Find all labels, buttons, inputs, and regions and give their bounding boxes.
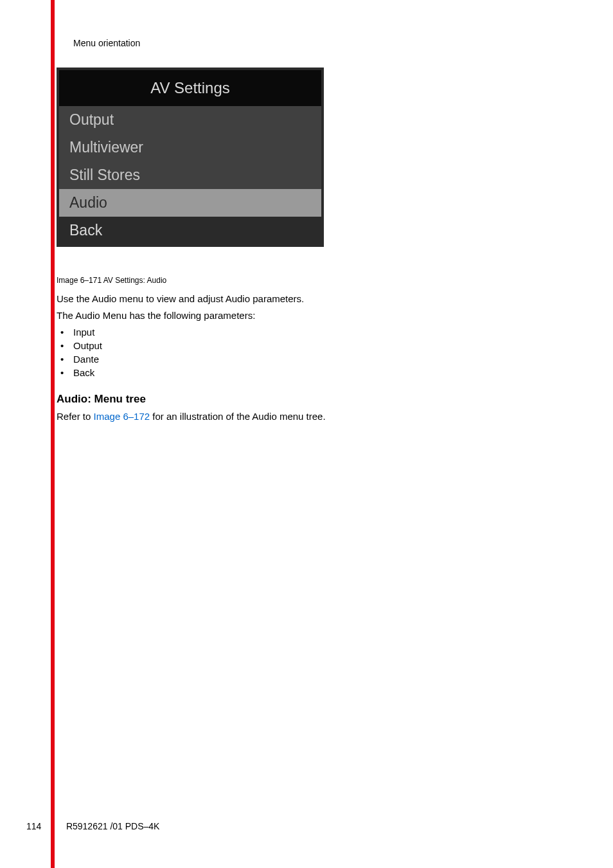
page-left-bar [51, 0, 55, 868]
para3-prefix: Refer to [57, 411, 94, 422]
parameter-list: Input Output Dante Back [57, 325, 102, 379]
paragraph-1: Use the Audio menu to view and adjust Au… [57, 293, 304, 304]
para3-suffix: for an illustration of the Audio menu tr… [150, 411, 326, 422]
menu-item-back: Back [59, 217, 321, 244]
list-item: Dante [57, 352, 102, 366]
menu-title: AV Settings [59, 70, 321, 106]
page-number: 114 [26, 821, 51, 831]
page-footer: 114 R5912621 /01 PDS–4K [26, 821, 159, 831]
image-caption: Image 6–171 AV Settings: Audio [57, 276, 166, 285]
section-heading: Audio: Menu tree [57, 393, 146, 406]
av-settings-menu-screenshot: AV Settings Output Multiviewer Still Sto… [57, 68, 324, 247]
page-header-title: Menu orientation [73, 38, 140, 48]
list-item: Back [57, 366, 102, 379]
list-item: Output [57, 339, 102, 352]
menu-item-audio: Audio [59, 189, 321, 217]
menu-item-multiviewer: Multiviewer [59, 134, 321, 161]
document-id: R5912621 /01 PDS–4K [66, 821, 160, 831]
image-ref-link[interactable]: Image 6–172 [94, 411, 150, 422]
paragraph-3: Refer to Image 6–172 for an illustration… [57, 411, 326, 422]
menu-item-still-stores: Still Stores [59, 161, 321, 189]
menu-item-output: Output [59, 106, 321, 134]
paragraph-2: The Audio Menu has the following paramet… [57, 310, 255, 321]
list-item: Input [57, 325, 102, 339]
